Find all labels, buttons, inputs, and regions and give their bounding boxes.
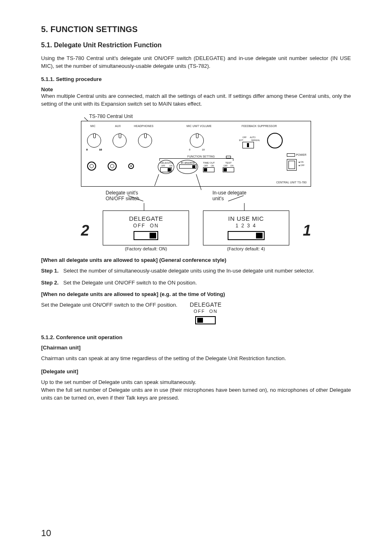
delegate-heading: [Delegate unit] [41, 368, 351, 375]
delegate-text1: Up to the set number of Delegate units c… [41, 379, 351, 386]
caption-default-on: (Factory default: ON) [103, 246, 189, 251]
subsection-heading: 5.1. Delegate Unit Restriction Function [41, 42, 351, 49]
jack-headphones [128, 163, 134, 169]
jack-aux [108, 162, 117, 171]
section-heading: 5. FUNCTION SETTINGS [41, 25, 351, 34]
label-mic: MIC [90, 125, 96, 127]
inline-delegate-off-figure: DELEGATE OFF ON [190, 301, 222, 324]
knob-mic: 010 [87, 134, 101, 148]
knob-headphones: 010 [138, 134, 152, 148]
switch-test-mini: TEST OFFON [223, 162, 234, 172]
subsub-heading-511: 5.1.1. Setting procedure [41, 76, 351, 82]
step-number-1: 1 [303, 222, 311, 239]
figure: TS-780 Central Unit MIC AUX HEADPHONES M… [81, 113, 311, 251]
caption-default-4: (Factory default: 4) [203, 246, 289, 251]
label-power: POWER [296, 153, 307, 156]
step1: Step 1. Select the number of simultaneou… [41, 267, 351, 275]
device-panel: MIC AUX HEADPHONES MIC UNIT VOLUME FEEDB… [81, 121, 311, 187]
zoom-inuse-slider: IN USE MIC 1 2 3 4 [203, 210, 289, 245]
label-feedback: FEEDBACK SUPPRESSOR [242, 125, 277, 127]
zoom-delegate-switch: DELEGATE OFF ON [103, 210, 189, 245]
intro-paragraph: Using the TS-780 Central unit's delegate… [41, 55, 351, 70]
callout-delegate-switch: Delegate unit's ON/OFF switch [106, 190, 139, 201]
switch-power: ■ ON■ OFF [287, 159, 297, 171]
feedback-slider: OFF AUTO EXT MANUAL [242, 136, 260, 148]
figure-unit-label: TS-780 Central Unit [89, 113, 311, 119]
jack-mic [87, 162, 96, 171]
chairman-text: Chairman units can speak at any time reg… [41, 355, 351, 363]
step2: Step 2. Set the Delegate unit ON/OFF swi… [41, 279, 351, 287]
page-number: 10 [41, 528, 51, 539]
led-power [287, 153, 295, 157]
led-test [226, 156, 231, 158]
knob-mic-unit-volume: 010 [190, 134, 204, 148]
label-model: CENTRAL UNIT TS-780 [276, 181, 307, 184]
chairman-heading: [Chairman unit] [41, 345, 351, 351]
scenario1-heading: [When all delegate units are allowed to … [41, 257, 351, 263]
note-body: When multiple Central units are connecte… [41, 92, 351, 108]
label-headphones: HEADPHONES [134, 125, 154, 127]
delegate-text2: When the full set number of Delegate uni… [41, 386, 351, 402]
scenario2-heading: [When no delegate units are allowed to s… [41, 291, 351, 297]
subsub-heading-512: 5.1.2. Conference unit operation [41, 334, 351, 340]
knob-aux: 010 [113, 134, 127, 148]
switch-timeout-mini: TIME OUT OFFON [203, 162, 215, 172]
step-number-2: 2 [81, 222, 89, 239]
knob-feedback [267, 133, 283, 148]
label-mic-unit-volume: MIC UNIT VOLUME [187, 125, 212, 127]
oval-highlight-inusemic [177, 160, 198, 174]
scenario2-text: Set the Delegate unit ON/OFF switch to t… [41, 301, 178, 309]
label-aux: AUX [115, 125, 121, 127]
label-function-setting: FUNCTION SETTING [187, 155, 215, 158]
note-heading: Note [41, 86, 351, 92]
